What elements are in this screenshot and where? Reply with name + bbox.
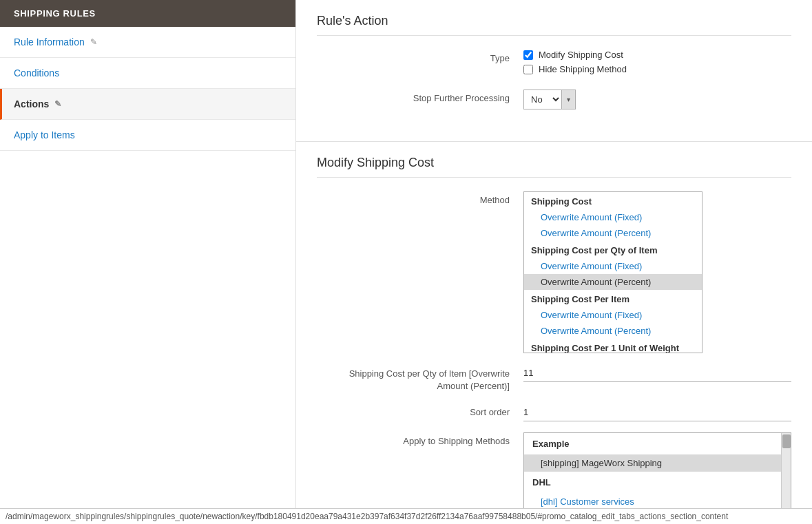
- scrollbar-thumb: [782, 434, 791, 448]
- listbox-item[interactable]: Overwrite Amount (Fixed): [524, 258, 702, 274]
- edit-icon-rule-information: ✎: [90, 37, 97, 47]
- rules-action-title: Rule's Action: [317, 14, 791, 36]
- sidebar-item-conditions[interactable]: Conditions: [0, 58, 295, 89]
- amount-label: Shipping Cost per Qty of Item [Overwrite…: [317, 364, 523, 392]
- apply-to-methods-field-row: Apply to Shipping Methods Example [shipp…: [317, 432, 791, 511]
- main-content: Rule's Action Type Modify Shipping Cost …: [296, 0, 812, 524]
- listbox-item[interactable]: Overwrite Amount (Percent): [524, 225, 702, 241]
- modify-shipping-cost-title: Modify Shipping Cost: [317, 156, 791, 178]
- status-url: /admin/mageworx_shippingrules/shippingru…: [6, 512, 728, 521]
- type-field-row: Type Modify Shipping Cost Hide Shipping …: [317, 50, 791, 78]
- sort-order-label: Sort order: [317, 404, 523, 417]
- type-field-value: Modify Shipping Cost Hide Shipping Metho…: [523, 50, 791, 78]
- apply-to-methods-container: Example [shipping] MageWorx Shipping DHL…: [523, 432, 791, 511]
- modify-shipping-cost-checkbox[interactable]: [523, 50, 533, 60]
- apply-to-methods-listbox[interactable]: Example [shipping] MageWorx Shipping DHL…: [523, 432, 791, 511]
- sidebar: SHIPPING RULES Rule Information ✎ Condit…: [0, 0, 296, 524]
- method-listbox-container: Shipping Cost Overwrite Amount (Fixed) O…: [523, 191, 791, 353]
- sidebar-item-apply-to-items[interactable]: Apply to Items: [0, 120, 295, 151]
- type-label: Type: [317, 50, 523, 63]
- amount-label-text: Shipping Cost per Qty of Item [Overwrite…: [349, 368, 510, 391]
- modify-shipping-cost-checkbox-row: Modify Shipping Cost: [523, 50, 791, 60]
- listbox-item[interactable]: Overwrite Amount (Fixed): [524, 209, 702, 225]
- rules-action-section: Rule's Action Type Modify Shipping Cost …: [296, 0, 812, 142]
- chevron-down-icon: ▾: [561, 90, 575, 109]
- stop-processing-select-wrapper[interactable]: No Yes ▾: [523, 90, 576, 109]
- sidebar-item-label: Actions: [14, 98, 49, 109]
- sidebar-item-actions[interactable]: Actions ✎: [0, 89, 295, 120]
- modify-shipping-cost-label[interactable]: Modify Shipping Cost: [539, 50, 623, 60]
- hide-shipping-method-checkbox-row: Hide Shipping Method: [523, 64, 791, 74]
- method-label: Method: [317, 191, 523, 205]
- sidebar-item-label: Apply to Items: [14, 129, 75, 140]
- amount-field-value: [523, 364, 791, 382]
- sort-order-field-value: [523, 404, 791, 421]
- apply-to-methods-label: Apply to Shipping Methods: [317, 432, 523, 446]
- edit-icon-actions: ✎: [54, 99, 61, 109]
- status-bar: /admin/mageworx_shippingrules/shippingru…: [0, 508, 812, 524]
- listbox-group-shipping-cost: Shipping Cost: [524, 192, 702, 209]
- sidebar-item-rule-information[interactable]: Rule Information ✎: [0, 27, 295, 58]
- scrollbar[interactable]: [781, 433, 791, 510]
- modify-shipping-cost-section: Modify Shipping Cost Method Shipping Cos…: [296, 142, 812, 524]
- listbox-item[interactable]: Overwrite Amount (Percent): [524, 323, 702, 339]
- listbox-item-selected[interactable]: Overwrite Amount (Percent): [524, 274, 702, 290]
- sort-order-field-row: Sort order: [317, 404, 791, 421]
- sidebar-header: SHIPPING RULES: [0, 0, 295, 27]
- hide-shipping-method-label[interactable]: Hide Shipping Method: [539, 64, 627, 74]
- stop-processing-select[interactable]: No Yes: [524, 90, 561, 109]
- amount-field-row: Shipping Cost per Qty of Item [Overwrite…: [317, 364, 791, 392]
- stop-processing-label: Stop Further Processing: [317, 90, 523, 103]
- sort-order-input[interactable]: [523, 404, 791, 421]
- amount-input[interactable]: [523, 364, 791, 382]
- hide-shipping-method-checkbox[interactable]: [523, 65, 533, 74]
- stop-processing-value: No Yes ▾: [523, 90, 791, 109]
- methods-listbox-item-mageworx[interactable]: [shipping] MageWorx Shipping: [524, 454, 781, 472]
- method-field-row: Method Shipping Cost Overwrite Amount (F…: [317, 191, 791, 353]
- sidebar-item-label: Rule Information: [14, 36, 85, 48]
- method-listbox[interactable]: Shipping Cost Overwrite Amount (Fixed) O…: [523, 191, 702, 353]
- listbox-item[interactable]: Overwrite Amount (Fixed): [524, 307, 702, 323]
- sidebar-item-label: Conditions: [14, 67, 59, 78]
- listbox-group-shipping-cost-per-weight: Shipping Cost Per 1 Unit of Weight: [524, 339, 702, 353]
- listbox-group-shipping-cost-qty: Shipping Cost per Qty of Item: [524, 241, 702, 258]
- methods-group-dhl: DHL: [524, 472, 781, 493]
- listbox-group-shipping-cost-per-item: Shipping Cost Per Item: [524, 290, 702, 307]
- stop-processing-field-row: Stop Further Processing No Yes ▾: [317, 90, 791, 109]
- methods-group-example: Example: [524, 433, 781, 454]
